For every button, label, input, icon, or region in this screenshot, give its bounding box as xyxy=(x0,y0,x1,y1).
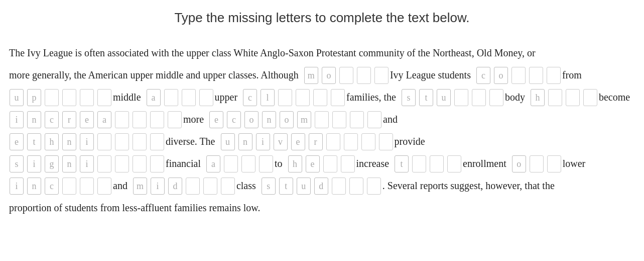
l-u4[interactable]: u xyxy=(297,178,311,195)
blank[interactable] xyxy=(80,89,94,106)
blank[interactable] xyxy=(150,155,164,172)
letter-blank1[interactable] xyxy=(339,67,353,84)
letter-c[interactable]: c xyxy=(476,67,490,84)
blank[interactable] xyxy=(133,111,147,128)
l-g[interactable]: g xyxy=(45,155,59,172)
blank[interactable] xyxy=(133,155,147,172)
blank[interactable] xyxy=(367,178,381,195)
blank[interactable] xyxy=(331,89,345,106)
l-v[interactable]: v xyxy=(274,133,288,150)
l-e[interactable]: e xyxy=(80,111,94,128)
letter-blank3[interactable] xyxy=(374,67,389,84)
blank[interactable] xyxy=(199,89,213,106)
blank[interactable] xyxy=(168,111,182,128)
l-m2[interactable]: m xyxy=(133,178,147,195)
l-i[interactable]: i xyxy=(10,111,24,128)
l-i7[interactable]: i xyxy=(151,178,165,195)
l-i5[interactable]: i xyxy=(80,155,94,172)
l-n4[interactable]: n xyxy=(62,155,76,172)
blank[interactable] xyxy=(182,89,196,106)
blank[interactable] xyxy=(447,155,461,172)
blank[interactable] xyxy=(133,133,147,150)
blank[interactable] xyxy=(62,89,76,106)
blank[interactable] xyxy=(454,89,468,106)
l-m[interactable]: m xyxy=(297,111,311,128)
l-t2[interactable]: t xyxy=(395,155,409,172)
letter-m[interactable]: m xyxy=(304,67,318,84)
l-a2[interactable]: a xyxy=(206,155,220,172)
blank[interactable] xyxy=(547,155,561,172)
letter-blank6[interactable] xyxy=(547,67,561,84)
blank[interactable] xyxy=(97,89,111,106)
l-e2[interactable]: e xyxy=(209,111,223,128)
letter-blank2[interactable] xyxy=(357,67,371,84)
blank[interactable] xyxy=(97,178,111,195)
blank[interactable] xyxy=(350,111,364,128)
blank[interactable] xyxy=(548,89,562,106)
l-o3[interactable]: o xyxy=(512,155,526,172)
letter-a[interactable]: a xyxy=(147,89,161,106)
blank[interactable] xyxy=(349,178,363,195)
blank[interactable] xyxy=(315,111,329,128)
l-n[interactable]: n xyxy=(262,111,276,128)
l-n5[interactable]: n xyxy=(27,178,41,195)
blank[interactable] xyxy=(412,155,426,172)
l-r[interactable]: r xyxy=(62,111,76,128)
blank[interactable] xyxy=(45,89,59,106)
l-i6[interactable]: i xyxy=(10,178,24,195)
blank[interactable] xyxy=(530,155,544,172)
blank[interactable] xyxy=(344,133,358,150)
blank[interactable] xyxy=(97,155,111,172)
l-i2[interactable]: i xyxy=(80,133,94,150)
l-d2[interactable]: d xyxy=(314,178,328,195)
blank[interactable] xyxy=(332,178,346,195)
blank[interactable] xyxy=(472,89,486,106)
l-i3[interactable]: i xyxy=(256,133,270,150)
blank[interactable] xyxy=(313,89,327,106)
blank[interactable] xyxy=(164,89,178,106)
l-o2[interactable]: o xyxy=(280,111,294,128)
l-e3[interactable]: e xyxy=(10,133,24,150)
blank[interactable] xyxy=(115,133,129,150)
blank[interactable] xyxy=(115,155,129,172)
l-i4[interactable]: i xyxy=(27,155,41,172)
l-h[interactable]: h xyxy=(45,133,59,150)
blank[interactable] xyxy=(489,89,503,106)
letter-t[interactable]: t xyxy=(419,89,433,106)
blank[interactable] xyxy=(224,155,238,172)
blank[interactable] xyxy=(186,178,200,195)
blank[interactable] xyxy=(296,89,310,106)
l-d[interactable]: d xyxy=(168,178,182,195)
blank[interactable] xyxy=(62,178,76,195)
blank[interactable] xyxy=(221,178,235,195)
blank[interactable] xyxy=(150,111,164,128)
l-s3[interactable]: s xyxy=(262,178,276,195)
l-s2[interactable]: s xyxy=(10,155,24,172)
letter-o2[interactable]: o xyxy=(494,67,508,84)
letter-h[interactable]: h xyxy=(531,89,545,106)
l-c[interactable]: c xyxy=(45,111,59,128)
letter-blank5[interactable] xyxy=(529,67,543,84)
blank[interactable] xyxy=(203,178,217,195)
blank[interactable] xyxy=(367,111,381,128)
l-t[interactable]: t xyxy=(27,133,41,150)
letter-c2[interactable]: c xyxy=(243,89,257,106)
letter-p[interactable]: p xyxy=(27,89,41,106)
l-e4[interactable]: e xyxy=(291,133,305,150)
blank[interactable] xyxy=(259,155,273,172)
letter-o[interactable]: o xyxy=(322,67,336,84)
blank[interactable] xyxy=(278,89,292,106)
l-t3[interactable]: t xyxy=(279,178,293,195)
l-h2[interactable]: h xyxy=(288,155,302,172)
blank[interactable] xyxy=(566,89,580,106)
letter-u[interactable]: u xyxy=(10,89,24,106)
letter-u2[interactable]: u xyxy=(437,89,451,106)
blank[interactable] xyxy=(379,133,393,150)
blank[interactable] xyxy=(323,155,337,172)
letter-s[interactable]: s xyxy=(402,89,416,106)
blank[interactable] xyxy=(326,133,340,150)
l-n2[interactable]: n xyxy=(62,133,76,150)
blank[interactable] xyxy=(150,133,164,150)
letter-blank4[interactable] xyxy=(511,67,526,84)
l-n[interactable]: n xyxy=(27,111,41,128)
